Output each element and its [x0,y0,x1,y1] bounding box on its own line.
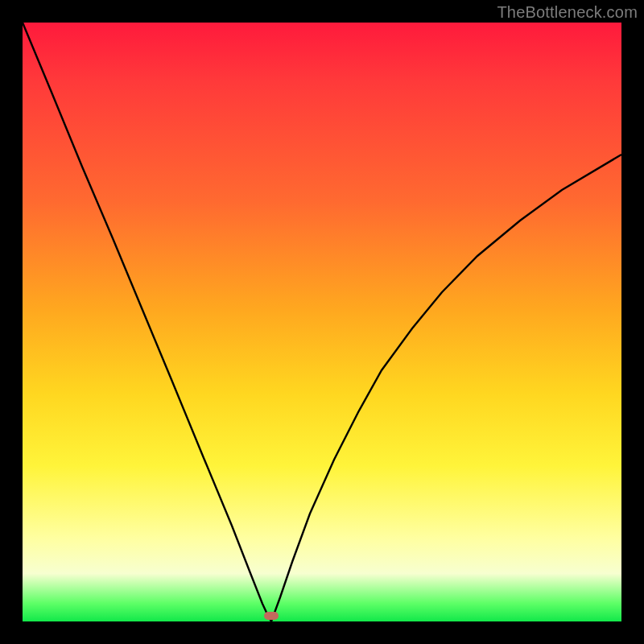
watermark-text: TheBottleneck.com [497,3,638,22]
plot-area [23,23,621,621]
chart-frame: TheBottleneck.com [0,0,644,644]
curve-path [23,23,621,621]
min-marker [264,612,279,620]
bottleneck-curve [23,23,621,621]
